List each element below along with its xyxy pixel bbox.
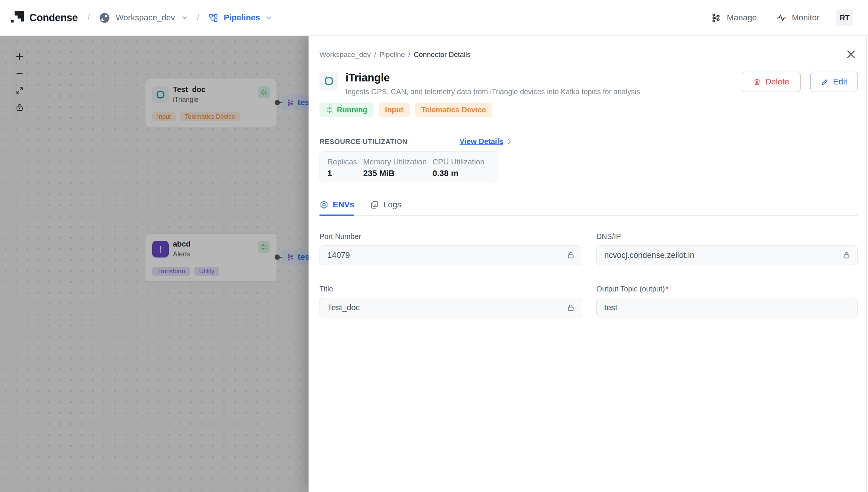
field-title: Title Test_doc bbox=[319, 285, 582, 317]
pipelines-switcher[interactable]: Pipelines bbox=[208, 13, 273, 23]
field-value: test bbox=[604, 303, 851, 313]
category-badge: Telematics Device bbox=[415, 103, 492, 117]
trash-icon bbox=[753, 78, 761, 86]
zoom-out-button[interactable] bbox=[13, 67, 26, 80]
lock-icon bbox=[567, 251, 575, 259]
panel-tabs: ENVs Logs bbox=[319, 200, 858, 216]
pipelines-label: Pipelines bbox=[224, 13, 260, 23]
metric-label: Replicas bbox=[327, 157, 363, 166]
metric-value: 1 bbox=[327, 169, 363, 178]
condense-logo-icon bbox=[11, 11, 24, 25]
exclamation-glyph: ! bbox=[159, 244, 162, 255]
view-details-label: View Details bbox=[460, 137, 503, 146]
tab-envs[interactable]: ENVs bbox=[319, 200, 354, 216]
lock-icon bbox=[567, 303, 575, 312]
panel-breadcrumb: Workspace_dev / Pipeline / Connector Det… bbox=[319, 51, 858, 59]
dns-ip-input[interactable]: ncvocj.condense.zeliot.in bbox=[596, 245, 858, 265]
pipelines-icon bbox=[208, 13, 219, 23]
canvas-controls bbox=[9, 46, 29, 118]
status-badge-running: Running bbox=[319, 103, 374, 117]
port-number-input[interactable]: 14079 bbox=[319, 245, 582, 265]
pipeline-node-abcd[interactable]: ! abcd Alerts Transform Utility bbox=[145, 233, 277, 282]
metric-label: CPU Utilization bbox=[432, 157, 484, 166]
pipeline-node-test-doc[interactable]: Test_doc iTriangle Input Telematics Devi… bbox=[145, 79, 277, 127]
running-spinner-icon bbox=[258, 241, 270, 253]
metric-value: 235 MiB bbox=[363, 169, 432, 178]
edit-button[interactable]: Edit bbox=[810, 72, 858, 92]
tab-label: ENVs bbox=[333, 200, 354, 210]
tab-logs[interactable]: Logs bbox=[370, 200, 401, 216]
pencil-icon bbox=[821, 78, 829, 86]
connector-description: Ingests GPS, CAN, and telemetry data fro… bbox=[345, 87, 640, 96]
brand-name: Condense bbox=[29, 12, 78, 24]
monitor-pulse-icon bbox=[776, 13, 787, 23]
kafka-topic-icon bbox=[287, 254, 294, 261]
chevron-down-icon bbox=[180, 14, 188, 21]
field-label: Title bbox=[319, 285, 582, 293]
breadcrumb-workspace[interactable]: Workspace_dev bbox=[319, 51, 371, 59]
hexagon-env-icon bbox=[319, 200, 329, 209]
metric-memory: Memory Utilization 235 MiB bbox=[363, 157, 432, 182]
running-spinner-icon bbox=[258, 86, 270, 98]
breadcrumb-pipeline[interactable]: Pipeline bbox=[379, 51, 405, 59]
delete-label: Delete bbox=[765, 77, 789, 87]
status-badge-row: Running Input Telematics Device bbox=[319, 103, 858, 117]
node-badge: Telematics Device bbox=[180, 112, 240, 121]
view-details-link[interactable]: View Details bbox=[460, 137, 512, 146]
node-subtitle: iTriangle bbox=[173, 96, 199, 104]
topic-chip-label: test bbox=[298, 98, 309, 107]
workspace-icon bbox=[99, 12, 110, 24]
topic-chip-test[interactable]: test bbox=[282, 95, 309, 110]
node-badge: Input bbox=[152, 112, 176, 121]
chevron-right-icon bbox=[506, 138, 512, 145]
workspace-label: Workspace_dev bbox=[116, 13, 175, 23]
resource-utilization-row: RESOURCE UTILIZATION View Details bbox=[319, 137, 858, 146]
node-subtitle: Alerts bbox=[173, 250, 190, 258]
breadcrumb-separator: / bbox=[374, 51, 376, 59]
edit-label: Edit bbox=[833, 77, 847, 87]
field-value: 14079 bbox=[327, 251, 567, 260]
output-handle[interactable] bbox=[275, 100, 280, 105]
manage-label: Manage bbox=[727, 13, 757, 23]
title-input[interactable]: Test_doc bbox=[319, 298, 582, 317]
monitor-button[interactable]: Monitor bbox=[776, 13, 819, 23]
kafka-topic-icon bbox=[287, 99, 294, 106]
field-label: DNS/IP bbox=[596, 232, 858, 241]
panel-title-block: iTriangle Ingests GPS, CAN, and telemetr… bbox=[345, 72, 640, 96]
itriangle-connector-icon bbox=[152, 86, 169, 103]
navbar-left: Condense / Workspace_dev / Pipelines bbox=[11, 11, 273, 25]
required-asterisk: * bbox=[666, 285, 669, 293]
output-topic-input[interactable]: test bbox=[596, 298, 858, 317]
user-avatar[interactable]: RT bbox=[836, 9, 853, 26]
connector-type-icon bbox=[319, 72, 338, 90]
manage-button[interactable]: Manage bbox=[711, 13, 757, 23]
metric-value: 0.38 m bbox=[432, 169, 484, 178]
navbar-right: Manage Monitor RT bbox=[692, 9, 853, 26]
metric-cpu: CPU Utilization 0.38 m bbox=[432, 157, 484, 182]
field-label: Output Topic (output)* bbox=[596, 285, 858, 293]
manage-kafka-icon bbox=[711, 13, 721, 23]
connector-details-panel: Workspace_dev / Pipeline / Connector Det… bbox=[309, 36, 868, 492]
lock-canvas-button[interactable] bbox=[13, 101, 26, 114]
logs-document-icon bbox=[370, 200, 379, 209]
topic-chip-test[interactable]: test bbox=[282, 250, 309, 265]
tab-label: Logs bbox=[383, 200, 401, 210]
breadcrumb-separator: / bbox=[87, 13, 90, 23]
workspace-switcher[interactable]: Workspace_dev bbox=[99, 12, 188, 24]
close-panel-button[interactable] bbox=[845, 49, 857, 60]
close-icon bbox=[845, 49, 857, 60]
pipeline-canvas[interactable]: Test_doc iTriangle Input Telematics Devi… bbox=[0, 36, 309, 492]
node-badges: Transform Utility bbox=[152, 267, 219, 276]
breadcrumb-separator: / bbox=[197, 13, 199, 23]
field-label: Port Number bbox=[319, 232, 582, 241]
lock-icon bbox=[842, 251, 851, 259]
topic-chip-label: test bbox=[298, 252, 309, 262]
resource-metrics-card: Replicas 1 Memory Utilization 235 MiB CP… bbox=[319, 151, 498, 182]
zoom-in-button[interactable] bbox=[13, 50, 26, 63]
delete-button[interactable]: Delete bbox=[742, 72, 801, 92]
output-handle[interactable] bbox=[275, 254, 280, 260]
field-output-topic: Output Topic (output)* test bbox=[596, 285, 858, 317]
node-badge: Utility bbox=[194, 267, 219, 276]
breadcrumb-separator: / bbox=[408, 51, 410, 59]
fit-view-button[interactable] bbox=[13, 84, 26, 97]
